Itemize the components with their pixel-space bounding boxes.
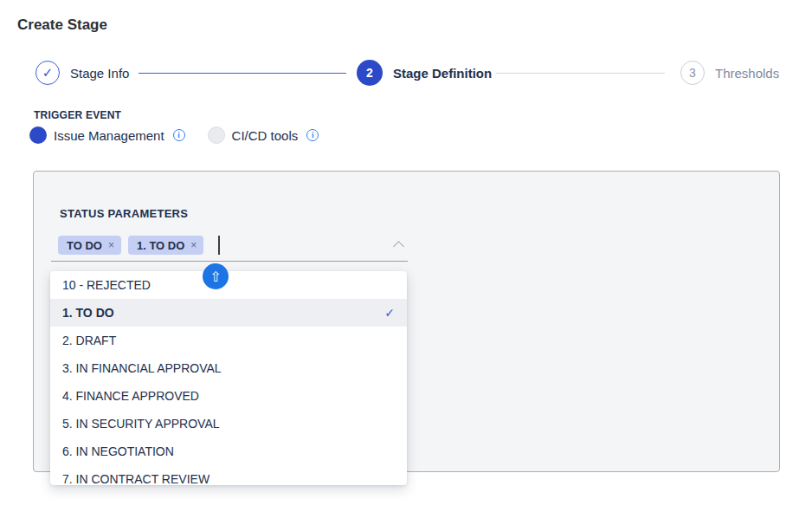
radio-issue-management[interactable]: Issue Management i bbox=[29, 126, 185, 144]
info-glyph: i bbox=[177, 131, 180, 139]
option-label: 5. IN SECURITY APPROVAL bbox=[62, 417, 220, 431]
tag-to-do[interactable]: TO DO × bbox=[58, 236, 121, 255]
chevron-up-icon[interactable] bbox=[393, 241, 404, 252]
dropdown-option-3-in-financial-approval[interactable]: 3. IN FINANCIAL APPROVAL bbox=[50, 354, 407, 382]
stepper-step-stage-definition[interactable]: 2 Stage Definition bbox=[357, 60, 492, 86]
step-complete-check-icon: ✓ bbox=[35, 61, 60, 85]
status-parameters-dropdown: 10 - REJECTED 1. TO DO ✓ 2. DRAFT 3. IN … bbox=[50, 271, 407, 485]
option-label: 4. FINANCE APPROVED bbox=[62, 389, 199, 403]
stepper-step-stage-info[interactable]: ✓ Stage Info bbox=[35, 61, 129, 85]
option-label: 6. IN NEGOTIATION bbox=[62, 444, 174, 458]
stepper-step-thresholds[interactable]: 3 Thresholds bbox=[680, 61, 779, 85]
info-glyph: i bbox=[312, 131, 314, 139]
option-label: 10 - REJECTED bbox=[62, 278, 151, 292]
option-label: 2. DRAFT bbox=[62, 334, 116, 347]
step-number: 2 bbox=[366, 66, 373, 80]
tag-remove-icon[interactable]: × bbox=[108, 239, 114, 251]
info-icon[interactable]: i bbox=[306, 129, 319, 141]
dropdown-option-6-in-negotiation[interactable]: 6. IN NEGOTIATION bbox=[50, 437, 407, 465]
option-label: 7. IN CONTRACT REVIEW bbox=[62, 472, 209, 485]
tag-remove-icon[interactable]: × bbox=[190, 239, 197, 251]
pointer-arrow-icon: ⇧ bbox=[209, 269, 221, 285]
info-icon[interactable]: i bbox=[173, 129, 185, 141]
stepper-connector-1 bbox=[139, 73, 346, 74]
dropdown-option-1-to-do[interactable]: 1. TO DO ✓ bbox=[50, 299, 407, 327]
step-label: Stage Info bbox=[70, 66, 129, 81]
create-stage-screen: Create Stage ✓ Stage Info 2 Stage Defini… bbox=[0, 0, 812, 512]
step-number-badge: 2 bbox=[357, 60, 383, 86]
step-number: 3 bbox=[689, 66, 696, 80]
text-cursor bbox=[218, 236, 220, 255]
option-label: 1. TO DO bbox=[62, 306, 114, 320]
radio-selected-icon[interactable] bbox=[29, 126, 47, 144]
check-glyph: ✓ bbox=[42, 65, 54, 81]
cursor-pointer-badge: ⇧ bbox=[203, 263, 229, 289]
step-label: Thresholds bbox=[715, 66, 779, 81]
stepper-connector-2 bbox=[496, 73, 665, 74]
selected-check-icon: ✓ bbox=[384, 306, 395, 320]
tag-label: 1. TO DO bbox=[137, 239, 184, 252]
step-number-badge: 3 bbox=[680, 61, 705, 85]
dropdown-option-2-draft[interactable]: 2. DRAFT bbox=[50, 327, 407, 354]
status-parameters-multiselect[interactable]: TO DO × 1. TO DO × bbox=[51, 236, 408, 262]
dropdown-option-7-in-contract-review[interactable]: 7. IN CONTRACT REVIEW bbox=[50, 465, 407, 485]
tag-label: TO DO bbox=[67, 239, 102, 252]
trigger-event-radio-group: Issue Management i CI/CD tools i bbox=[29, 126, 319, 144]
radio-cicd-tools[interactable]: CI/CD tools i bbox=[208, 126, 319, 144]
dropdown-option-4-finance-approved[interactable]: 4. FINANCE APPROVED bbox=[50, 382, 407, 410]
option-label: 3. IN FINANCIAL APPROVAL bbox=[62, 361, 222, 375]
page-title: Create Stage bbox=[17, 16, 107, 34]
dropdown-option-5-in-security-approval[interactable]: 5. IN SECURITY APPROVAL bbox=[50, 410, 407, 437]
radio-label: Issue Management bbox=[54, 128, 164, 143]
radio-unselected-icon[interactable] bbox=[208, 126, 225, 144]
step-label: Stage Definition bbox=[393, 66, 492, 81]
radio-label: CI/CD tools bbox=[232, 128, 299, 143]
trigger-event-label: TRIGGER EVENT bbox=[34, 109, 121, 121]
tag-1-to-do[interactable]: 1. TO DO × bbox=[128, 236, 203, 255]
selected-tags: TO DO × 1. TO DO × bbox=[51, 236, 220, 255]
dropdown-option-10-rejected[interactable]: 10 - REJECTED bbox=[50, 271, 407, 299]
status-parameters-label: STATUS PARAMETERS bbox=[60, 207, 188, 220]
